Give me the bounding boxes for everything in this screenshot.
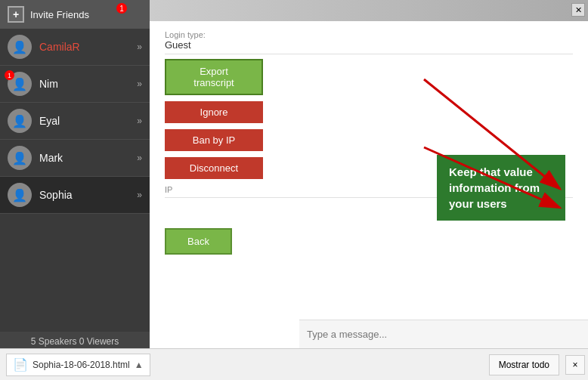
close-icon: × xyxy=(572,360,577,370)
mostrar-todo-button[interactable]: Mostrar todo xyxy=(489,354,559,375)
invite-label: Invite Friends xyxy=(30,9,89,20)
avatar-sophia: 👤 xyxy=(8,183,32,207)
sidebar-item-sophia[interactable]: 👤 Sophia » xyxy=(0,177,150,214)
sidebar-item-mark[interactable]: 👤 Mark » xyxy=(0,140,150,177)
callout-box: Keep that value information from your us… xyxy=(437,155,565,221)
username-sophia: Sophia xyxy=(39,189,137,201)
username-mark: Mark xyxy=(39,152,137,164)
invite-badge: 1 xyxy=(116,3,127,14)
main-panel: ✕ Login type: Guest Export transcript Ig… xyxy=(150,0,588,380)
chevron-up-icon: ▲ xyxy=(135,360,144,370)
ignore-button[interactable]: Ignore xyxy=(165,101,263,123)
chevron-right-icon: » xyxy=(137,79,142,89)
sidebar-item-eyal[interactable]: 👤 Eyal » xyxy=(0,103,150,140)
top-image-area: ✕ xyxy=(150,0,588,21)
ban-by-ip-button[interactable]: Ban by IP xyxy=(165,129,263,151)
back-button[interactable]: Back xyxy=(165,228,232,255)
callout-text: Keep that value information from your us… xyxy=(449,165,540,210)
message-bar: 🙂 ➤ xyxy=(299,320,588,348)
username-nim: Nim xyxy=(39,78,137,90)
avatar-mark: 👤 xyxy=(8,146,32,170)
sidebar: + Invite Friends 1 👤 CamilaR » 1 👤 Nim »… xyxy=(0,0,150,380)
export-transcript-button[interactable]: Export transcript xyxy=(165,59,263,95)
sidebar-item-nim[interactable]: 1 👤 Nim » xyxy=(0,66,150,103)
avatar-camilar: 👤 xyxy=(8,35,32,59)
invite-bar[interactable]: + Invite Friends 1 xyxy=(0,0,150,29)
chevron-right-icon: » xyxy=(137,116,142,126)
download-filename: Sophia-18-06-2018.html xyxy=(32,360,130,370)
download-item[interactable]: 📄 Sophia-18-06-2018.html ▲ xyxy=(6,354,150,376)
close-button[interactable]: ✕ xyxy=(571,3,585,17)
detail-panel: Login type: Guest Export transcript Igno… xyxy=(150,21,588,262)
download-bar: 📄 Sophia-18-06-2018.html ▲ Mostrar todo … xyxy=(0,348,588,380)
username-camilar: CamilaR xyxy=(39,41,137,53)
chevron-right-icon: » xyxy=(137,42,142,52)
disconnect-button[interactable]: Disconnect xyxy=(165,157,263,179)
sidebar-item-camilar[interactable]: 👤 CamilaR » xyxy=(0,29,150,66)
login-type-label: Login type: xyxy=(165,30,573,39)
nim-badge: 1 xyxy=(5,70,14,80)
username-eyal: Eyal xyxy=(39,115,137,127)
close-download-button[interactable]: × xyxy=(565,355,585,375)
avatar-eyal: 👤 xyxy=(8,109,32,133)
file-icon: 📄 xyxy=(13,357,28,372)
plus-icon: + xyxy=(8,6,24,23)
chevron-right-icon: » xyxy=(137,153,142,163)
chevron-right-icon: » xyxy=(137,190,142,200)
login-type-value: Guest xyxy=(165,39,573,54)
message-input[interactable] xyxy=(307,329,588,340)
